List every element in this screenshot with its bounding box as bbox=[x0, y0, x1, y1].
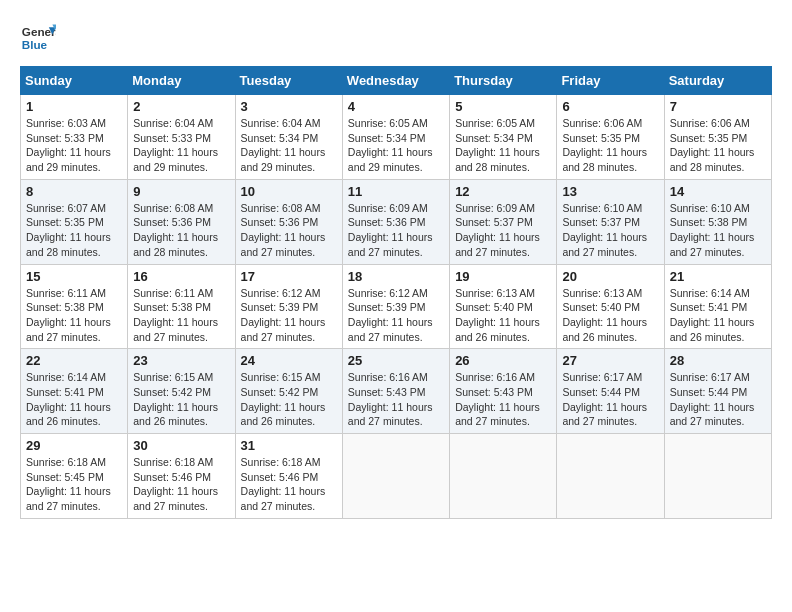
day-info: Sunrise: 6:15 AM Sunset: 5:42 PM Dayligh… bbox=[241, 370, 337, 429]
day-number: 4 bbox=[348, 99, 444, 114]
calendar-week-row: 8Sunrise: 6:07 AM Sunset: 5:35 PM Daylig… bbox=[21, 179, 772, 264]
calendar-cell: 23Sunrise: 6:15 AM Sunset: 5:42 PM Dayli… bbox=[128, 349, 235, 434]
day-number: 10 bbox=[241, 184, 337, 199]
day-info: Sunrise: 6:11 AM Sunset: 5:38 PM Dayligh… bbox=[133, 286, 229, 345]
day-number: 13 bbox=[562, 184, 658, 199]
day-info: Sunrise: 6:13 AM Sunset: 5:40 PM Dayligh… bbox=[455, 286, 551, 345]
day-number: 3 bbox=[241, 99, 337, 114]
calendar-cell: 27Sunrise: 6:17 AM Sunset: 5:44 PM Dayli… bbox=[557, 349, 664, 434]
calendar-cell: 6Sunrise: 6:06 AM Sunset: 5:35 PM Daylig… bbox=[557, 95, 664, 180]
page-header: General Blue bbox=[20, 20, 772, 56]
day-info: Sunrise: 6:16 AM Sunset: 5:43 PM Dayligh… bbox=[455, 370, 551, 429]
day-info: Sunrise: 6:11 AM Sunset: 5:38 PM Dayligh… bbox=[26, 286, 122, 345]
calendar-cell: 7Sunrise: 6:06 AM Sunset: 5:35 PM Daylig… bbox=[664, 95, 771, 180]
day-number: 24 bbox=[241, 353, 337, 368]
calendar-week-row: 29Sunrise: 6:18 AM Sunset: 5:45 PM Dayli… bbox=[21, 434, 772, 519]
day-number: 14 bbox=[670, 184, 766, 199]
day-info: Sunrise: 6:13 AM Sunset: 5:40 PM Dayligh… bbox=[562, 286, 658, 345]
calendar-cell: 20Sunrise: 6:13 AM Sunset: 5:40 PM Dayli… bbox=[557, 264, 664, 349]
day-number: 12 bbox=[455, 184, 551, 199]
calendar-cell: 15Sunrise: 6:11 AM Sunset: 5:38 PM Dayli… bbox=[21, 264, 128, 349]
day-info: Sunrise: 6:15 AM Sunset: 5:42 PM Dayligh… bbox=[133, 370, 229, 429]
logo: General Blue bbox=[20, 20, 56, 56]
calendar-cell: 31Sunrise: 6:18 AM Sunset: 5:46 PM Dayli… bbox=[235, 434, 342, 519]
day-number: 15 bbox=[26, 269, 122, 284]
day-info: Sunrise: 6:03 AM Sunset: 5:33 PM Dayligh… bbox=[26, 116, 122, 175]
calendar-week-row: 1Sunrise: 6:03 AM Sunset: 5:33 PM Daylig… bbox=[21, 95, 772, 180]
day-number: 22 bbox=[26, 353, 122, 368]
day-number: 9 bbox=[133, 184, 229, 199]
calendar-cell: 5Sunrise: 6:05 AM Sunset: 5:34 PM Daylig… bbox=[450, 95, 557, 180]
day-number: 2 bbox=[133, 99, 229, 114]
day-number: 21 bbox=[670, 269, 766, 284]
day-number: 27 bbox=[562, 353, 658, 368]
day-info: Sunrise: 6:17 AM Sunset: 5:44 PM Dayligh… bbox=[562, 370, 658, 429]
day-number: 20 bbox=[562, 269, 658, 284]
calendar-week-row: 22Sunrise: 6:14 AM Sunset: 5:41 PM Dayli… bbox=[21, 349, 772, 434]
calendar-cell: 17Sunrise: 6:12 AM Sunset: 5:39 PM Dayli… bbox=[235, 264, 342, 349]
calendar-cell bbox=[342, 434, 449, 519]
day-info: Sunrise: 6:14 AM Sunset: 5:41 PM Dayligh… bbox=[26, 370, 122, 429]
calendar-cell: 25Sunrise: 6:16 AM Sunset: 5:43 PM Dayli… bbox=[342, 349, 449, 434]
day-info: Sunrise: 6:18 AM Sunset: 5:46 PM Dayligh… bbox=[133, 455, 229, 514]
calendar-week-row: 15Sunrise: 6:11 AM Sunset: 5:38 PM Dayli… bbox=[21, 264, 772, 349]
day-info: Sunrise: 6:04 AM Sunset: 5:34 PM Dayligh… bbox=[241, 116, 337, 175]
day-number: 17 bbox=[241, 269, 337, 284]
day-info: Sunrise: 6:05 AM Sunset: 5:34 PM Dayligh… bbox=[348, 116, 444, 175]
day-number: 11 bbox=[348, 184, 444, 199]
day-info: Sunrise: 6:18 AM Sunset: 5:45 PM Dayligh… bbox=[26, 455, 122, 514]
calendar-cell: 10Sunrise: 6:08 AM Sunset: 5:36 PM Dayli… bbox=[235, 179, 342, 264]
svg-text:Blue: Blue bbox=[22, 38, 48, 51]
day-number: 8 bbox=[26, 184, 122, 199]
weekday-header-saturday: Saturday bbox=[664, 67, 771, 95]
calendar-cell: 1Sunrise: 6:03 AM Sunset: 5:33 PM Daylig… bbox=[21, 95, 128, 180]
weekday-header-wednesday: Wednesday bbox=[342, 67, 449, 95]
day-number: 1 bbox=[26, 99, 122, 114]
calendar-cell bbox=[664, 434, 771, 519]
day-info: Sunrise: 6:12 AM Sunset: 5:39 PM Dayligh… bbox=[241, 286, 337, 345]
day-info: Sunrise: 6:17 AM Sunset: 5:44 PM Dayligh… bbox=[670, 370, 766, 429]
day-info: Sunrise: 6:09 AM Sunset: 5:36 PM Dayligh… bbox=[348, 201, 444, 260]
calendar-cell: 11Sunrise: 6:09 AM Sunset: 5:36 PM Dayli… bbox=[342, 179, 449, 264]
day-number: 23 bbox=[133, 353, 229, 368]
weekday-header-sunday: Sunday bbox=[21, 67, 128, 95]
calendar-cell: 22Sunrise: 6:14 AM Sunset: 5:41 PM Dayli… bbox=[21, 349, 128, 434]
day-number: 29 bbox=[26, 438, 122, 453]
calendar-cell: 14Sunrise: 6:10 AM Sunset: 5:38 PM Dayli… bbox=[664, 179, 771, 264]
weekday-header-thursday: Thursday bbox=[450, 67, 557, 95]
calendar-table: SundayMondayTuesdayWednesdayThursdayFrid… bbox=[20, 66, 772, 519]
weekday-header-monday: Monday bbox=[128, 67, 235, 95]
day-info: Sunrise: 6:06 AM Sunset: 5:35 PM Dayligh… bbox=[670, 116, 766, 175]
day-number: 6 bbox=[562, 99, 658, 114]
weekday-header-tuesday: Tuesday bbox=[235, 67, 342, 95]
calendar-cell: 18Sunrise: 6:12 AM Sunset: 5:39 PM Dayli… bbox=[342, 264, 449, 349]
day-info: Sunrise: 6:08 AM Sunset: 5:36 PM Dayligh… bbox=[133, 201, 229, 260]
day-info: Sunrise: 6:09 AM Sunset: 5:37 PM Dayligh… bbox=[455, 201, 551, 260]
day-info: Sunrise: 6:10 AM Sunset: 5:37 PM Dayligh… bbox=[562, 201, 658, 260]
day-info: Sunrise: 6:10 AM Sunset: 5:38 PM Dayligh… bbox=[670, 201, 766, 260]
calendar-cell: 4Sunrise: 6:05 AM Sunset: 5:34 PM Daylig… bbox=[342, 95, 449, 180]
calendar-cell: 26Sunrise: 6:16 AM Sunset: 5:43 PM Dayli… bbox=[450, 349, 557, 434]
calendar-cell: 30Sunrise: 6:18 AM Sunset: 5:46 PM Dayli… bbox=[128, 434, 235, 519]
day-info: Sunrise: 6:05 AM Sunset: 5:34 PM Dayligh… bbox=[455, 116, 551, 175]
day-number: 31 bbox=[241, 438, 337, 453]
calendar-cell: 9Sunrise: 6:08 AM Sunset: 5:36 PM Daylig… bbox=[128, 179, 235, 264]
day-info: Sunrise: 6:04 AM Sunset: 5:33 PM Dayligh… bbox=[133, 116, 229, 175]
day-info: Sunrise: 6:14 AM Sunset: 5:41 PM Dayligh… bbox=[670, 286, 766, 345]
day-number: 5 bbox=[455, 99, 551, 114]
day-info: Sunrise: 6:07 AM Sunset: 5:35 PM Dayligh… bbox=[26, 201, 122, 260]
day-info: Sunrise: 6:08 AM Sunset: 5:36 PM Dayligh… bbox=[241, 201, 337, 260]
day-number: 16 bbox=[133, 269, 229, 284]
svg-text:General: General bbox=[22, 25, 56, 38]
calendar-cell: 12Sunrise: 6:09 AM Sunset: 5:37 PM Dayli… bbox=[450, 179, 557, 264]
calendar-cell: 29Sunrise: 6:18 AM Sunset: 5:45 PM Dayli… bbox=[21, 434, 128, 519]
day-number: 26 bbox=[455, 353, 551, 368]
calendar-cell: 13Sunrise: 6:10 AM Sunset: 5:37 PM Dayli… bbox=[557, 179, 664, 264]
day-number: 7 bbox=[670, 99, 766, 114]
calendar-cell: 2Sunrise: 6:04 AM Sunset: 5:33 PM Daylig… bbox=[128, 95, 235, 180]
calendar-cell: 21Sunrise: 6:14 AM Sunset: 5:41 PM Dayli… bbox=[664, 264, 771, 349]
day-info: Sunrise: 6:06 AM Sunset: 5:35 PM Dayligh… bbox=[562, 116, 658, 175]
day-number: 18 bbox=[348, 269, 444, 284]
day-info: Sunrise: 6:18 AM Sunset: 5:46 PM Dayligh… bbox=[241, 455, 337, 514]
calendar-cell: 3Sunrise: 6:04 AM Sunset: 5:34 PM Daylig… bbox=[235, 95, 342, 180]
